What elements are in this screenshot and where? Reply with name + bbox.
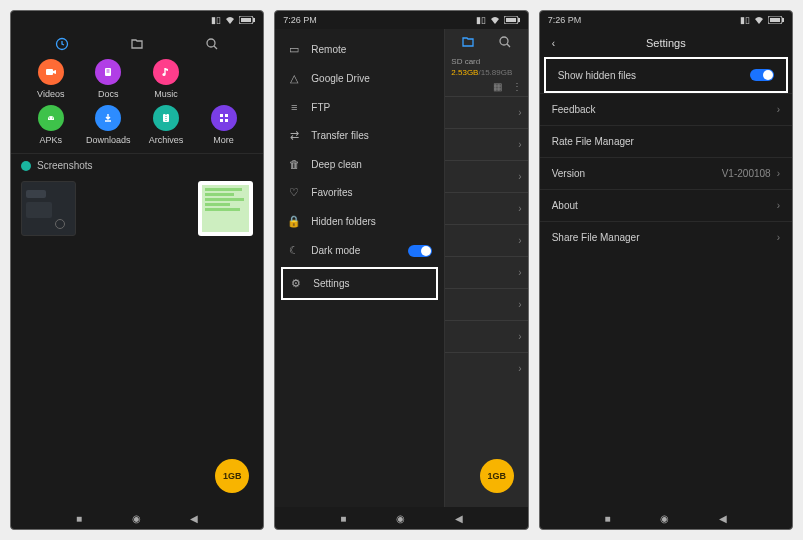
drawer-item-clean[interactable]: 🗑 Deep clean	[275, 150, 444, 178]
wifi-icon	[490, 16, 500, 24]
svg-rect-21	[518, 18, 520, 22]
tile-archives[interactable]: Archives	[140, 105, 192, 145]
drawer-item-hidden[interactable]: 🔒 Hidden folders	[275, 207, 444, 236]
screen-drawer-open: 7:26 PM ▮▯ ▭ Remote △ Google Drive ≡ FTP…	[274, 10, 528, 530]
tab-recent[interactable]	[55, 37, 69, 51]
svg-rect-16	[220, 114, 223, 117]
search-icon[interactable]	[498, 35, 512, 49]
drawer-item-remote[interactable]: ▭ Remote	[275, 35, 444, 64]
settings-header: ‹ Settings	[540, 29, 792, 57]
tile-label: APKs	[40, 135, 63, 145]
signal-icon: ▮▯	[740, 15, 750, 25]
page-title: Settings	[566, 37, 766, 49]
folder-row[interactable]: ›	[445, 128, 527, 160]
nav-recents[interactable]: ■	[340, 513, 346, 524]
setting-label: Feedback	[552, 104, 596, 115]
sd-card-usage: 2.53GB/15.89GB	[445, 68, 527, 77]
nav-home[interactable]: ◉	[660, 513, 669, 524]
drawer-item-transfer[interactable]: ⇄ Transfer files	[275, 121, 444, 150]
svg-rect-22	[506, 18, 516, 22]
chevron-right-icon: ›	[777, 232, 780, 243]
drawer-item-ftp[interactable]: ≡ FTP	[275, 93, 444, 121]
status-icons: ▮▯	[740, 15, 784, 25]
tile-apks[interactable]: APKs	[25, 105, 77, 145]
setting-about[interactable]: About ›	[540, 189, 792, 221]
setting-share[interactable]: Share File Manager ›	[540, 221, 792, 253]
tile-videos[interactable]: Videos	[25, 59, 77, 99]
svg-line-5	[214, 46, 217, 49]
archive-icon	[153, 105, 179, 131]
remote-icon: ▭	[287, 43, 301, 56]
cleaner-fab[interactable]: 1GB	[480, 459, 514, 493]
setting-show-hidden[interactable]: Show hidden files	[546, 59, 786, 91]
signal-icon: ▮▯	[211, 15, 221, 25]
wifi-icon	[754, 16, 764, 24]
tile-downloads[interactable]: Downloads	[83, 105, 135, 145]
folder-row[interactable]: ›	[445, 224, 527, 256]
folder-row[interactable]: ›	[445, 160, 527, 192]
nav-home[interactable]: ◉	[132, 513, 141, 524]
nav-back[interactable]: ◀	[719, 513, 727, 524]
status-bar: 7:26 PM ▮▯	[275, 11, 527, 29]
folder-row[interactable]: ›	[445, 256, 527, 288]
nav-recents[interactable]: ■	[76, 513, 82, 524]
version-value: V1-200108	[722, 168, 771, 179]
svg-rect-2	[241, 18, 251, 22]
search-icon[interactable]	[205, 37, 219, 51]
tab-storage[interactable]	[461, 35, 475, 49]
setting-label: Show hidden files	[558, 70, 636, 81]
svg-point-12	[52, 117, 53, 118]
screen-file-manager-home: ▮▯ Videos	[10, 10, 264, 530]
drawer-item-drive[interactable]: △ Google Drive	[275, 64, 444, 93]
drawer-item-settings[interactable]: ⚙ Settings	[289, 275, 430, 292]
transfer-icon: ⇄	[287, 129, 301, 142]
thumbnail-2[interactable]	[198, 181, 253, 236]
tab-storage[interactable]	[130, 37, 144, 51]
clean-icon: 🗑	[287, 158, 301, 170]
drawer-label: Dark mode	[311, 245, 360, 256]
nav-back[interactable]: ◀	[190, 513, 198, 524]
setting-rate[interactable]: Rate File Manager	[540, 125, 792, 157]
drawer-item-favorites[interactable]: ♡ Favorites	[275, 178, 444, 207]
fab-label: 1GB	[487, 471, 506, 481]
cleaner-fab[interactable]: 1GB	[215, 459, 249, 493]
thumbnail-1[interactable]	[21, 181, 76, 236]
folder-row[interactable]: ›	[445, 96, 527, 128]
apk-icon	[38, 105, 64, 131]
lock-icon: 🔒	[287, 215, 301, 228]
setting-version[interactable]: Version V1-200108 ›	[540, 157, 792, 189]
fab-label: 1GB	[223, 471, 242, 481]
folder-row[interactable]: ›	[445, 352, 527, 384]
chevron-right-icon: ›	[518, 139, 521, 150]
chevron-right-icon: ›	[518, 299, 521, 310]
time: 7:26 PM	[548, 15, 582, 25]
tile-docs[interactable]: Docs	[83, 59, 135, 99]
battery-icon	[504, 16, 520, 24]
setting-feedback[interactable]: Feedback ›	[540, 93, 792, 125]
svg-rect-6	[46, 69, 53, 75]
tile-more[interactable]: More	[198, 105, 250, 145]
grid-view-icon[interactable]: ▦	[493, 81, 502, 92]
nav-bar: ■ ◉ ◀	[275, 507, 527, 529]
back-button[interactable]: ‹	[552, 38, 566, 49]
dark-mode-toggle[interactable]	[408, 245, 432, 257]
show-hidden-toggle[interactable]	[750, 69, 774, 81]
drawer-item-darkmode[interactable]: ☾ Dark mode	[275, 236, 444, 265]
svg-rect-19	[225, 119, 228, 122]
nav-home[interactable]: ◉	[396, 513, 405, 524]
drawer-label: Google Drive	[311, 73, 369, 84]
folder-row[interactable]: ›	[445, 192, 527, 224]
nav-back[interactable]: ◀	[455, 513, 463, 524]
svg-rect-17	[225, 114, 228, 117]
ftp-icon: ≡	[287, 101, 301, 113]
tile-label: More	[213, 135, 234, 145]
section-screenshots[interactable]: Screenshots	[11, 153, 263, 177]
status-icons: ▮▯	[211, 15, 255, 25]
folder-row[interactable]: ›	[445, 320, 527, 352]
nav-recents[interactable]: ■	[605, 513, 611, 524]
folder-row[interactable]: ›	[445, 288, 527, 320]
tile-music[interactable]: Music	[140, 59, 192, 99]
setting-label: Version	[552, 168, 585, 179]
chevron-right-icon: ›	[518, 267, 521, 278]
menu-icon[interactable]: ⋮	[512, 81, 522, 92]
